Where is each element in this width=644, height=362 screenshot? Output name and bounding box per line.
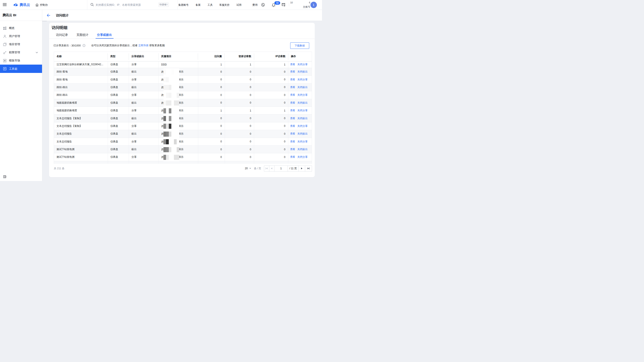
info-icon[interactable] — [82, 44, 85, 47]
mosaic-square — [171, 139, 174, 144]
topnav-item[interactable]: 备案 — [196, 0, 200, 10]
close-share-link[interactable]: 关闭分享 — [297, 109, 308, 112]
cell-name: 地图底图切换维度 — [54, 99, 108, 107]
notification-count-badge[interactable]: 72 — [274, 1, 280, 5]
view-link[interactable]: 查看 — [290, 101, 295, 104]
console-entry[interactable]: 控制台 — [36, 0, 48, 10]
sidebar-collapse-icon[interactable] — [3, 175, 6, 178]
sidebar-item-key[interactable]: 权限管理 — [0, 48, 42, 56]
mosaic-square — [169, 116, 171, 121]
close-embed-link[interactable]: 关闭嵌出 — [297, 132, 308, 135]
sidebar-item-template[interactable]: 模版市场 — [0, 56, 42, 65]
topnav-item[interactable]: 试用 — [236, 0, 241, 10]
table-row: 文本总结报告仪表盘分享勿演示000查看关闭分享 — [54, 138, 312, 145]
mosaic-square — [171, 108, 174, 113]
table-row: 测试下钻面包屑仪表盘分享勿演示000查看关闭分享 — [54, 153, 312, 161]
view-link[interactable]: 查看 — [290, 70, 295, 73]
cell-type: 仪表盘 — [108, 91, 129, 99]
table-row: 文本总结报告【复制】仪表盘分享勿演示000查看关闭分享 — [54, 122, 312, 130]
sidebar-item-user[interactable]: 用户管理 — [0, 32, 42, 40]
close-embed-link[interactable]: 关闭嵌出 — [297, 117, 308, 120]
first-page-button[interactable] — [264, 166, 269, 171]
topnav-item[interactable]: 工具 — [208, 0, 213, 10]
view-link[interactable]: 查看 — [290, 155, 295, 158]
sidebar-item-label: 项目管理 — [9, 42, 20, 46]
view-link[interactable]: 查看 — [290, 124, 295, 127]
header-divider-right — [289, 3, 289, 6]
topnav-item[interactable]: 费用 — [252, 0, 258, 10]
mosaic-square — [169, 77, 171, 82]
cell-mode: 分享 — [129, 122, 159, 130]
upgrade-link[interactable]: 立即升级 — [138, 44, 148, 47]
sidebar-item-toolbox[interactable]: 工具箱 — [0, 65, 42, 73]
view-link[interactable]: 查看 — [290, 140, 295, 143]
close-embed-link[interactable]: 关闭嵌出 — [297, 70, 308, 73]
sidebar-item-overview[interactable]: 概览 — [0, 24, 42, 32]
brand-name[interactable]: 腾讯云 — [20, 0, 30, 10]
cell-login-visitors: 0 — [225, 68, 254, 76]
avatar[interactable]: 1 — [310, 2, 317, 8]
cell-name: 文本总结报告 — [54, 138, 108, 145]
topnav-item[interactable]: 客服支持 — [219, 0, 230, 10]
page-size-select[interactable]: 20 条 / 页 — [245, 165, 261, 172]
cloud-advisor-icon[interactable] — [261, 3, 265, 6]
cell-ip-visitors: 0 — [254, 76, 288, 83]
close-embed-link[interactable]: 关闭嵌出 — [297, 101, 308, 104]
close-share-link[interactable]: 关闭分享 — [297, 155, 308, 158]
mosaic-square — [166, 155, 168, 160]
view-link[interactable]: 查看 — [290, 148, 295, 151]
account-id: 10 6 — [290, 1, 310, 4]
tab-inactive[interactable]: 页面统计 — [76, 31, 88, 38]
console-settings-icon[interactable] — [282, 3, 286, 6]
cell-mode: 分享 — [129, 138, 159, 145]
close-share-link[interactable]: 关闭分享 — [297, 124, 308, 127]
cell-actions: 查看关闭分享 — [288, 76, 312, 83]
cell-ip-visitors: 0 — [254, 122, 288, 130]
view-link[interactable]: 查看 — [290, 86, 295, 89]
tencent-cloud-logo-icon[interactable] — [13, 2, 18, 7]
table-body: 泛互联网行业BI分析解决方案_0228042...仪表盘分享DDD111查看关闭… — [54, 61, 312, 164]
mosaic-square — [174, 139, 176, 144]
close-share-link[interactable]: 关闭分享 — [297, 140, 308, 143]
tab-active[interactable]: 分享或嵌出 — [97, 31, 112, 38]
close-embed-link[interactable]: 关闭嵌出 — [297, 86, 308, 89]
prev-page-button[interactable] — [269, 166, 274, 171]
cell-mode: 分享 — [129, 107, 159, 114]
table-row: 跳转-落地仪表盘嵌出勿演示000查看关闭嵌出 — [54, 68, 312, 76]
cell-type: 仪表盘 — [108, 83, 129, 91]
view-link[interactable]: 查看 — [290, 93, 295, 96]
close-share-link[interactable]: 关闭分享 — [297, 93, 308, 96]
close-share-link[interactable]: 关闭分享 — [297, 63, 308, 66]
mosaic-square — [174, 132, 176, 137]
view-link[interactable]: 查看 — [290, 117, 295, 120]
download-data-button[interactable]: 下载数据 — [290, 42, 310, 49]
sidebar: 腾讯云 BI 概览用户管理项目管理权限管理模版市场工具箱 — [0, 10, 42, 181]
mosaic-square — [166, 147, 168, 152]
cell-login-visitors: 0 — [225, 138, 254, 145]
mosaic-square — [174, 116, 176, 121]
close-share-link[interactable]: 关闭分享 — [297, 78, 308, 81]
cell-visits: 0 — [198, 138, 225, 145]
last-page-button[interactable] — [305, 166, 312, 171]
cell-mode: 分享 — [129, 76, 159, 83]
next-page-button[interactable] — [298, 166, 305, 171]
current-page-input[interactable]: 1 — [274, 166, 288, 171]
back-arrow-icon[interactable] — [47, 14, 50, 17]
search-input[interactable]: 支持通过实例ID、IP、名称等搜索资源 — [96, 0, 141, 10]
tab-inactive[interactable]: 访问记录 — [56, 31, 68, 38]
cell-mode: 分享 — [129, 61, 159, 68]
account-block[interactable]: 10 6 主账号 — [290, 1, 310, 8]
cell-type — [108, 161, 129, 164]
sidebar-item-project[interactable]: 项目管理 — [0, 40, 42, 48]
view-link[interactable]: 查看 — [290, 63, 295, 66]
cell-ip-visitors: 0 — [254, 114, 288, 122]
close-embed-link[interactable]: 关闭嵌出 — [297, 148, 308, 151]
cell-visits: 0 — [198, 91, 225, 99]
topnav-item[interactable]: 集团账号 — [178, 0, 189, 10]
sidebar-item-label: 权限管理 — [9, 50, 20, 54]
view-link[interactable]: 查看 — [290, 132, 295, 135]
view-link[interactable]: 查看 — [290, 109, 295, 112]
cell-ip-visitors: 0 — [254, 138, 288, 145]
hamburger-menu-icon[interactable] — [3, 3, 6, 6]
view-link[interactable]: 查看 — [290, 78, 295, 81]
